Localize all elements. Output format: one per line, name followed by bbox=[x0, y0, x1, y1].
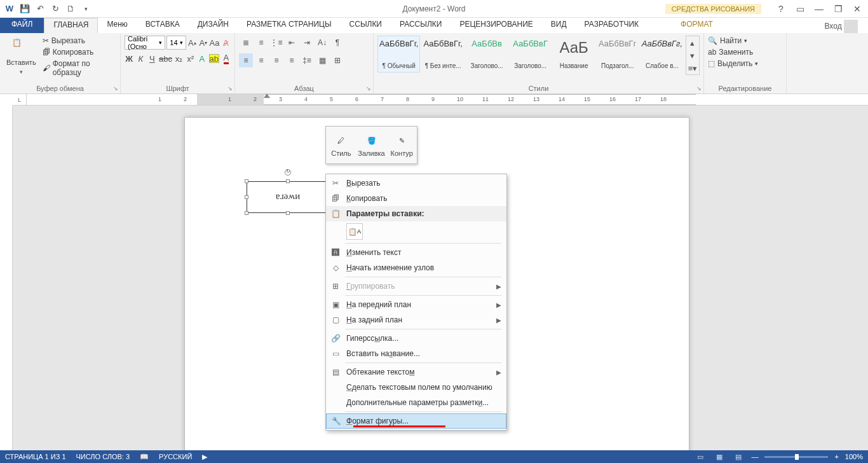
shape-text[interactable]: иwега bbox=[276, 192, 300, 203]
save-icon[interactable]: 💾 bbox=[18, 2, 32, 16]
undo-icon[interactable]: ↶ bbox=[33, 2, 47, 16]
subscript-button[interactable]: x₂ bbox=[174, 52, 183, 65]
style-emphasis[interactable]: АаБбВвГг,Слабое в... bbox=[640, 36, 684, 73]
bold-button[interactable]: Ж bbox=[125, 52, 133, 65]
ctx-copy[interactable]: 🗐Копировать bbox=[326, 191, 506, 206]
new-doc-icon[interactable]: 🗋 bbox=[64, 2, 78, 16]
tab-mailings[interactable]: РАССЫЛКИ bbox=[391, 18, 451, 33]
redo-icon[interactable]: ↻ bbox=[48, 2, 62, 16]
status-lang[interactable]: РУССКИЙ bbox=[159, 453, 192, 460]
strike-button[interactable]: abc bbox=[159, 52, 172, 65]
clipboard-launcher[interactable]: ↘ bbox=[113, 85, 118, 92]
minimize-icon[interactable]: — bbox=[812, 2, 826, 16]
multilevel-button[interactable]: ⋮≡ bbox=[269, 36, 283, 50]
sort-button[interactable]: A↓ bbox=[315, 36, 329, 50]
line-spacing-button[interactable]: ‡≡ bbox=[300, 53, 314, 67]
tab-review[interactable]: РЕЦЕНЗИРОВАНИЕ bbox=[451, 18, 541, 33]
ctx-default-textbox[interactable]: Сделать текстовым полем по умолчанию bbox=[326, 380, 506, 395]
bullets-button[interactable]: ≣ bbox=[239, 36, 253, 50]
clear-format-button[interactable]: A̷ bbox=[221, 36, 231, 49]
tab-home[interactable]: ГЛАВНАЯ bbox=[44, 18, 98, 33]
grow-font-button[interactable]: A▴ bbox=[187, 36, 198, 49]
mini-outline-button[interactable]: ✎Контур bbox=[386, 127, 417, 163]
word-icon[interactable]: W bbox=[3, 2, 17, 16]
tab-design[interactable]: ДИЗАЙН bbox=[189, 18, 238, 33]
view-web-icon[interactable]: ▤ bbox=[732, 452, 745, 462]
ruler-markers[interactable]: 12123456789101112131415161718 bbox=[264, 94, 696, 105]
ruler-vertical[interactable] bbox=[0, 106, 13, 450]
zoom-in-button[interactable]: + bbox=[834, 453, 838, 460]
ctx-edit-points[interactable]: ◇Начать изменение узлов bbox=[326, 260, 506, 275]
ctx-bring-front[interactable]: ▣На передний план▶ bbox=[326, 297, 506, 312]
restore-icon[interactable]: ❐ bbox=[831, 2, 845, 16]
qat-dropdown-icon[interactable]: ▾ bbox=[79, 2, 93, 16]
style-subtitle[interactable]: АаБбВвГгПодзагол... bbox=[596, 36, 639, 73]
ctx-cut[interactable]: ✂Вырезать bbox=[326, 176, 506, 191]
view-print-icon[interactable]: ▦ bbox=[713, 452, 726, 462]
status-page[interactable]: СТРАНИЦА 1 ИЗ 1 bbox=[5, 453, 66, 460]
ctx-format-shape[interactable]: 🔧Формат фигуры... bbox=[326, 413, 506, 429]
ctx-wrap-text[interactable]: ▤Обтекание текстом▶ bbox=[326, 364, 506, 380]
outdent-button[interactable]: ⇤ bbox=[285, 36, 299, 50]
styles-down-icon[interactable]: ▾ bbox=[686, 49, 699, 62]
help-icon[interactable]: ? bbox=[774, 2, 788, 16]
resize-handle-bl[interactable] bbox=[245, 211, 248, 215]
align-right-button[interactable]: ≡ bbox=[269, 53, 283, 67]
align-left-button[interactable]: ≡ bbox=[239, 53, 253, 67]
text-box-shape[interactable]: иwега ⎍ bbox=[247, 181, 329, 213]
zoom-thumb[interactable] bbox=[795, 454, 799, 460]
cut-button[interactable]: ✂Вырезать bbox=[43, 36, 116, 46]
style-title[interactable]: АаБНазвание bbox=[553, 36, 595, 73]
tab-view[interactable]: ВИД bbox=[542, 18, 576, 33]
resize-handle-mt[interactable] bbox=[286, 179, 290, 183]
underline-button[interactable]: Ч bbox=[147, 52, 156, 65]
copy-button[interactable]: 🗐Копировать bbox=[43, 47, 116, 57]
view-read-icon[interactable]: ▭ bbox=[694, 452, 707, 462]
rotate-handle[interactable] bbox=[285, 169, 291, 176]
shading-button[interactable]: ▦ bbox=[315, 53, 329, 67]
style-heading2[interactable]: АаБбВвГЗаголово... bbox=[509, 36, 552, 73]
status-macro-icon[interactable]: ▶ bbox=[202, 453, 207, 461]
mini-style-button[interactable]: 🖊Стиль bbox=[326, 127, 356, 163]
change-case-button[interactable]: Aa bbox=[210, 36, 220, 49]
ctx-hyperlink[interactable]: 🔗Гиперссылка... bbox=[326, 331, 506, 346]
find-button[interactable]: 🔍Найти ▾ bbox=[708, 36, 782, 46]
styles-more-icon[interactable]: ≡▾ bbox=[686, 62, 699, 74]
paste-button[interactable]: 📋 Вставить ▾ bbox=[4, 36, 39, 78]
resize-handle-ml[interactable] bbox=[245, 195, 248, 199]
ribbon-display-icon[interactable]: ▭ bbox=[793, 2, 807, 16]
zoom-percent[interactable]: 100% bbox=[845, 453, 863, 460]
ctx-more-layout[interactable]: Дополнительные параметры разметки... bbox=[326, 395, 506, 410]
show-marks-button[interactable]: ¶ bbox=[330, 36, 344, 50]
select-button[interactable]: ⬚Выделить ▾ bbox=[708, 59, 782, 69]
status-words[interactable]: ЧИСЛО СЛОВ: 3 bbox=[76, 453, 130, 460]
replace-button[interactable]: abЗаменить bbox=[708, 47, 782, 57]
tab-menu[interactable]: Меню bbox=[98, 18, 136, 33]
text-effects-button[interactable]: A bbox=[198, 52, 207, 65]
superscript-button[interactable]: x² bbox=[186, 52, 195, 65]
para-launcher[interactable]: ↘ bbox=[366, 85, 371, 92]
styles-up-icon[interactable]: ▴ bbox=[686, 36, 699, 49]
tab-selector[interactable]: L bbox=[13, 94, 27, 105]
shrink-font-button[interactable]: A▾ bbox=[198, 36, 208, 49]
font-size-combo[interactable]: 14▾ bbox=[166, 36, 186, 50]
font-name-combo[interactable]: Calibri (Осно▾ bbox=[125, 36, 165, 50]
close-icon[interactable]: ✕ bbox=[850, 2, 864, 16]
ctx-caption[interactable]: ▭Вставить название... bbox=[326, 346, 506, 361]
style-normal[interactable]: АаБбВвГг,¶ Обычный bbox=[377, 36, 420, 73]
tab-insert[interactable]: ВСТАВКА bbox=[137, 18, 189, 33]
tab-references[interactable]: ССЫЛКИ bbox=[341, 18, 391, 33]
status-spell-icon[interactable]: 📖 bbox=[140, 453, 149, 461]
borders-button[interactable]: ⊞ bbox=[330, 53, 344, 67]
italic-button[interactable]: К bbox=[136, 52, 145, 65]
justify-button[interactable]: ≡ bbox=[285, 53, 299, 67]
ctx-edit-text[interactable]: 🅰Изменить текст bbox=[326, 245, 506, 260]
tab-layout[interactable]: РАЗМЕТКА СТРАНИЦЫ bbox=[238, 18, 341, 33]
ruler-horizontal[interactable]: L 12123456789101112131415161718 bbox=[13, 94, 868, 106]
style-heading1[interactable]: АаБбВвЗаголово... bbox=[466, 36, 508, 73]
font-color-button[interactable]: A bbox=[222, 52, 231, 65]
resize-handle-tl[interactable] bbox=[245, 179, 248, 183]
zoom-slider[interactable] bbox=[764, 456, 828, 458]
resize-handle-mb[interactable] bbox=[286, 211, 290, 215]
align-center-button[interactable]: ≡ bbox=[254, 53, 268, 67]
